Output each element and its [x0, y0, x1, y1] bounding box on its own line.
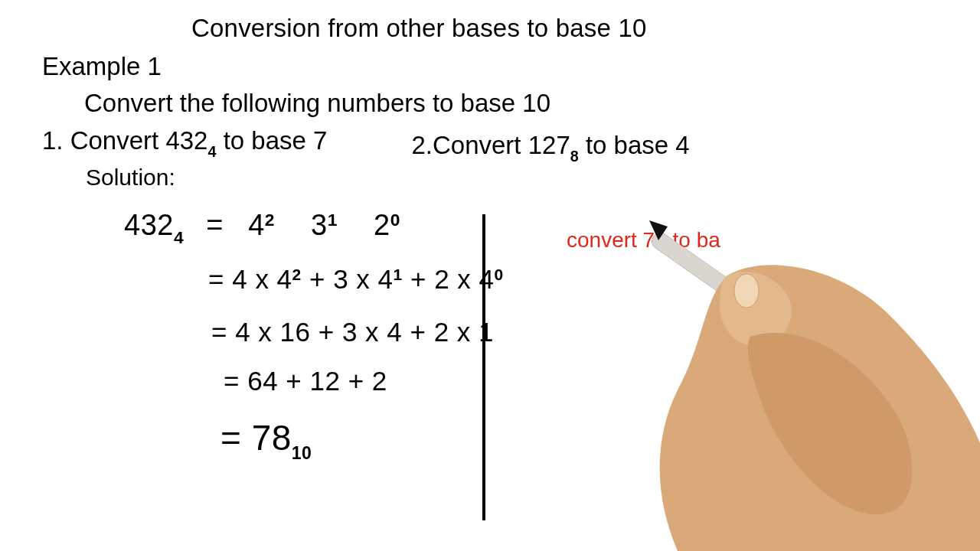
step-2: = 4 x 42 + 3 x 41 + 2 x 40: [208, 264, 504, 295]
step5-eq: =: [220, 418, 252, 458]
step-5: = 7810: [220, 417, 312, 462]
step1-t1-exp: 2: [265, 210, 275, 230]
step5-sub: 10: [292, 443, 312, 463]
step2-b-exp: 1: [394, 266, 403, 283]
step1-t3-exp: 0: [390, 210, 400, 230]
step1-lhs-sub: 4: [174, 227, 184, 247]
step2-eq: =: [208, 264, 224, 294]
problem-2-suffix: to base 4: [579, 131, 690, 159]
step2-a: 4 x 4: [232, 264, 292, 294]
step2-a-exp: 2: [292, 266, 302, 283]
step-1: 4324 = 42 31 20: [124, 208, 414, 246]
step2-b: + 3 x 4: [309, 264, 394, 294]
whiteboard-canvas: Conversion from other bases to base 10 E…: [0, 0, 980, 551]
problems-row: 1. Convert 4324 to base 7 2.Convert 1278…: [42, 126, 949, 164]
step1-t2-base: 3: [311, 209, 328, 241]
subtitle: Convert the following numbers to base 10: [84, 89, 550, 118]
example-label: Example 1: [42, 52, 162, 81]
problem-1: 1. Convert 4324 to base 7: [42, 126, 327, 164]
problem-2-prefix: 2.Convert 127: [411, 131, 570, 159]
solution-label: Solution:: [86, 165, 175, 191]
step-3: = 4 x 16 + 3 x 4 + 2 x 1: [211, 317, 494, 347]
step1-t1-base: 4: [248, 209, 265, 241]
problem-2-subscript: 8: [570, 148, 579, 165]
right-side-note: convert 78 to ba: [567, 228, 720, 253]
step2-c-exp: 0: [495, 266, 504, 283]
problem-1-prefix: 1. Convert 432: [42, 126, 207, 155]
vertical-divider: [482, 214, 485, 520]
step1-t3-base: 2: [374, 209, 390, 241]
problem-1-subscript: 4: [207, 143, 216, 160]
step-4: = 64 + 12 + 2: [224, 366, 387, 396]
step1-eq: =: [206, 209, 226, 242]
step1-lhs-num: 432: [124, 209, 174, 241]
page-title: Conversion from other bases to base 10: [191, 14, 647, 43]
problem-2: 2.Convert 1278 to base 4: [411, 131, 689, 164]
step1-t2-exp: 1: [328, 210, 338, 230]
svg-point-3: [734, 274, 759, 308]
problem-1-suffix: to base 7: [216, 126, 327, 155]
step5-num: 78: [252, 418, 292, 458]
